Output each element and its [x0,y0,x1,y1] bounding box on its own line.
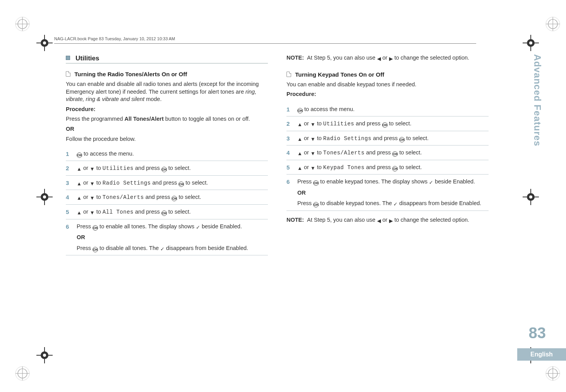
print-header-text: NAG-LACR.book Page 83 Tuesday, January 1… [54,36,175,41]
nav-down-icon: ▼ [90,195,95,202]
procedure-label: Procedure: [66,106,268,113]
document-icon [286,72,291,77]
step-6: 6 Press OK to enable keypad tones. The d… [286,175,489,211]
check-icon: ✓ [429,179,433,186]
subsection-2-title: Turning Keypad Tones On or Off [286,71,489,79]
svg-point-27 [43,195,46,199]
print-mark-top-right-outer [545,16,561,32]
subsection-1-title: Turning the Radio Tones/Alerts On or Off [66,70,268,78]
procedure-line-1: Press the programmed All Tones/Alert but… [66,115,268,123]
nav-up-icon: ▲ [77,166,82,173]
ok-button-icon: OK [172,196,177,201]
step-5: 5 ▲ or ▼ to All Tones and press OK to se… [66,205,268,219]
nav-up-icon: ▲ [297,165,302,172]
nav-down-icon: ▼ [90,180,95,187]
check-icon: ✓ [393,201,398,208]
nav-up-icon: ▲ [77,180,82,187]
svg-point-19 [43,41,46,45]
ok-button-icon: OK [93,247,98,252]
nav-up-icon: ▲ [77,209,82,216]
nav-down-icon: ▼ [310,136,316,143]
or-label: OR [66,125,268,133]
ok-button-icon: OK [77,152,82,158]
page-number-box: 83 [523,325,546,341]
ok-button-icon: OK [93,225,98,231]
intro-paragraph: You can enable and disable all radio ton… [66,80,268,103]
ok-button-icon: OK [313,180,319,186]
nav-up-icon: ▲ [77,195,82,202]
crosshair-mid-left [36,189,53,205]
section-header: Utilities [66,54,268,63]
ok-button-icon: OK [313,202,319,207]
ok-button-icon: OK [161,211,167,216]
step-1: 1 OK to access the menu. [66,147,268,161]
step-3: 3 ▲ or ▼ to Radio Settings and press OK … [66,176,268,190]
step-6: 6 Press OK to enable all tones. The disp… [66,219,268,256]
side-tab: Advanced Features [530,54,545,263]
nav-right-icon: ▶ [389,55,393,62]
ok-button-icon: OK [161,167,167,172]
nav-left-icon: ◀ [377,217,381,224]
step-4: 4 ▲ or ▼ to Tones/Alerts and press OK to… [286,146,489,160]
step-2: 2 ▲ or ▼ to Utilities and press OK to se… [286,116,489,131]
procedure-line-2: Follow the procedure below. [66,135,268,143]
print-mark-bottom-left-outer [15,366,30,381]
language-bar: English [517,348,566,361]
section-rule [66,63,268,63]
check-icon: ✓ [160,246,165,253]
crosshair-bottom-left [36,347,53,363]
ok-button-icon: OK [399,137,405,142]
column-left: Utilities Turning the Radio Tones/Alerts… [66,54,268,341]
ok-button-icon: OK [392,166,398,171]
step-4: 4 ▲ or ▼ to Tones/Alerts and press OK to… [66,190,268,205]
note-bottom: NOTE: At Step 5, you can also use ◀ or ▶… [286,216,489,224]
document-icon [66,71,70,77]
svg-point-23 [529,41,532,45]
print-mark-bottom-right-outer [545,366,561,381]
step-1: 1 OK to access the menu. [286,102,489,116]
nav-up-icon: ▲ [297,121,302,128]
svg-point-35 [43,354,46,357]
ok-button-icon: OK [382,122,388,128]
nav-down-icon: ▼ [90,209,95,216]
page-number: 83 [523,325,546,341]
side-tab-label: Advanced Features [532,54,543,146]
nav-up-icon: ▲ [297,150,302,157]
sub2-intro: You can enable and disable keypad tones … [286,81,489,89]
nav-right-icon: ▶ [389,217,393,224]
nav-up-icon: ▲ [297,136,302,143]
step-3: 3 ▲ or ▼ to Radio Settings and press OK … [286,131,489,146]
nav-down-icon: ▼ [310,150,316,157]
print-mark-top-left-outer [15,16,30,32]
page-body: Utilities Turning the Radio Tones/Alerts… [66,54,489,341]
language-label: English [530,351,553,358]
crosshair-top-left [36,35,53,51]
check-icon: ✓ [196,224,200,231]
nav-down-icon: ▼ [90,166,95,173]
nav-left-icon: ◀ [377,55,381,62]
step-5: 5 ▲ or ▼ to Keypad Tones and press OK to… [286,160,489,175]
section-bullet-icon [66,56,70,60]
steps-list-right: 1 OK to access the menu. 2 ▲ or ▼ to Uti… [286,102,489,211]
nav-down-icon: ▼ [310,165,316,172]
ok-button-icon: OK [297,108,303,113]
column-right: NOTE: At Step 5, you can also use ◀ or ▶… [286,54,489,341]
procedure-label-2: Procedure: [286,91,489,98]
ok-button-icon: OK [178,181,184,187]
print-header-rule [54,43,476,44]
nav-down-icon: ▼ [310,121,316,128]
ok-button-icon: OK [392,151,398,157]
step-2: 2 ▲ or ▼ to Utilities and press OK to se… [66,161,268,176]
section-title: Utilities [75,55,99,62]
note-top: NOTE: At Step 5, you can also use ◀ or ▶… [286,54,489,62]
crosshair-top-right [523,35,539,51]
steps-list-left: 1 OK to access the menu. 2 ▲ or ▼ to Uti… [66,147,268,255]
